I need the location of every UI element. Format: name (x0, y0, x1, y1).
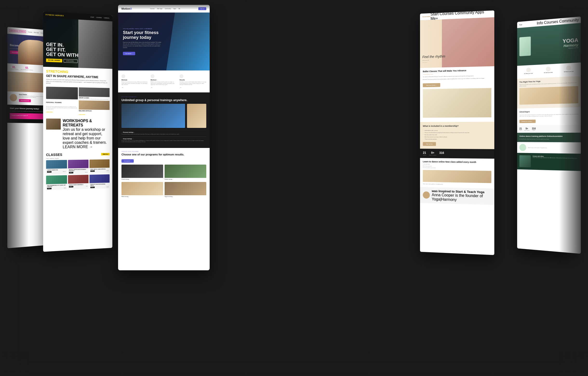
motionx-hero-content: YOU'RE MORE THAN JUST A MEMBER Start you… (123, 28, 161, 55)
stat1-num: 21 (423, 151, 426, 155)
programs-h2: Choose one of our programs for optimum r… (121, 153, 206, 156)
class-professional-skills: DEVELOP YOUR PROFESSIONAL SKILLS ENROLL … (89, 174, 109, 189)
class-content-marketing: CONTENT MARKETING ENROLL $990/m (46, 160, 67, 175)
class1-img (46, 160, 67, 169)
class6-enroll[interactable]: ENROLL (90, 187, 95, 188)
assemblie-membership: What is included in a membership? Unlimi… (420, 122, 494, 149)
programs-tag: CHOOSE YOUR PROGRAM (121, 151, 206, 152)
results-icon (179, 74, 183, 78)
nav-apps[interactable]: Apps (173, 8, 176, 9)
class5-enroll[interactable]: ENROLL (69, 186, 73, 188)
outdoor-img (165, 165, 206, 178)
workshops-img (46, 119, 61, 130)
trainer-read-btn[interactable]: Read about her (19, 99, 31, 102)
nav-community[interactable]: Community (165, 8, 171, 9)
fitness-hero: GET IN.GET FIT.GET ON WITH LIFE. BECOME … (43, 18, 112, 69)
signup-btn[interactable]: Sign up (198, 7, 206, 10)
workshops-item: WORKSHOPS & RETREATS Join us for a works… (43, 117, 112, 151)
group-img (79, 87, 110, 97)
stat3-num: 316 (439, 151, 444, 155)
assemblie-about: Ballet Classes That will Make You Advanc… (420, 66, 494, 122)
nav-courses[interactable]: Courses (544, 19, 558, 25)
view-all-btn[interactable]: VIEW ALL (101, 153, 109, 155)
ballet-title: Ballet Classes That will Make You Advanc… (423, 69, 491, 73)
m-item-5: 7-Day money back guarantee (423, 138, 491, 141)
bottom-shadow-overlay (0, 352, 588, 376)
pilates-label[interactable]: Pilates training → (121, 195, 163, 198)
nav-community[interactable]: COMMUN... (104, 17, 110, 19)
nav-link-courses[interactable]: Courses (28, 31, 32, 33)
class2-enroll[interactable]: ENROLL (69, 172, 73, 173)
m-item-1: Unlimited Access (50+ courses) (423, 129, 491, 132)
yoga-stat2-num: 9+ (524, 127, 529, 130)
nav-courses[interactable]: Courses (150, 8, 155, 9)
yoga-stat3-num: 316 (532, 127, 536, 130)
nav-community[interactable]: Community (559, 18, 579, 23)
yoga-stat3-label: Programs (532, 130, 536, 131)
classes-header: CLASSES VIEW ALL (43, 150, 112, 158)
assemblie-stats: 21 Trainers 9+ Degree Programs 316 (420, 149, 494, 159)
prog-yoga: Yoga & streching → (165, 182, 206, 198)
metric-2: 02. Work Out Anywhere, Anytime (21, 66, 33, 71)
motionx-get-started[interactable]: Get started → (123, 52, 135, 55)
class1-enroll[interactable]: ENROLL (47, 171, 51, 173)
become-member-btn[interactable]: BECOME A MEMBER (46, 58, 62, 62)
elevate-icon (566, 66, 571, 70)
class2-img (68, 160, 88, 168)
group-trainings-title[interactable]: → Group trainings → (121, 138, 206, 140)
nav-start[interactable]: START (90, 16, 94, 18)
class-art-creation: THE FUNDAMENTALS OF CLASSIC ART CREATION… (46, 175, 67, 190)
nav-afterlogin[interactable]: After login (157, 8, 162, 9)
wellness-img (79, 100, 110, 110)
card-assemblie: Assemblie Start Courses Community Apps M… (420, 10, 494, 255)
individual-join-btn[interactable]: Join us now! (10, 50, 20, 55)
motionx-hero: YOU'RE MORE THAN JUST A MEMBER Start you… (118, 12, 210, 70)
start-classes-btn[interactable]: Start your classes → (423, 83, 440, 87)
nav-start[interactable]: Start (431, 12, 439, 16)
motionx-hero-h1: Start your fitnessjourney today (123, 30, 161, 40)
programs-cta[interactable]: Get started → (121, 159, 134, 163)
class3-enroll[interactable]: ENROLL (90, 170, 95, 172)
main-scene: INDIVIDUAL FITNESS Courses After login C… (0, 0, 588, 376)
card-fitness-heroes: FITNESS HEROES START COURSES COMMUN... G… (43, 11, 112, 252)
nav-apps[interactable]: Apps (475, 10, 484, 14)
nav-me[interactable]: Me (178, 8, 180, 9)
personal-trainings-title[interactable]: → Personal trainings → (121, 132, 206, 133)
nav-community[interactable]: Community (455, 10, 474, 15)
metric-1: 01. 10 Minute Workouts (10, 66, 18, 70)
explore-btn[interactable]: Explore our courses → (519, 120, 536, 123)
nav-link-afterlogin[interactable]: After login (34, 31, 39, 33)
learn-more-btn[interactable]: LEARN MORE → (64, 59, 77, 63)
individual-learn-btn[interactable]: Learn More (21, 51, 31, 55)
yoga-stats: 21 Trainers 9+ Degree Programs 316 Progr… (517, 125, 581, 133)
motionx-dark-section: EXCITING ENDEAVORS Unlimited group & per… (118, 92, 210, 148)
yoga-stat2: 9+ Degree Programs (524, 127, 529, 131)
wellness-learn[interactable]: LEARN MORE → (79, 114, 86, 115)
dance-desc: Online dance training platform Online|As… (423, 183, 491, 186)
class4-enroll[interactable]: ENROLL (47, 188, 51, 189)
motivate-icon (121, 74, 125, 78)
class3-price: $199 (106, 170, 109, 171)
signup-now-btn[interactable]: Sign up now (423, 142, 436, 146)
nav-courses[interactable]: Courses (440, 11, 454, 16)
outdoor-label[interactable]: Outdoor training → (165, 178, 206, 180)
yoga-stat1: 21 Trainers (519, 127, 522, 131)
personal-learn[interactable]: LEARN MORE → (46, 111, 78, 113)
advantages-desc: Yoga comes with several thousand years o… (519, 113, 578, 117)
crossfit-label[interactable]: Crossfit training → (121, 178, 163, 180)
motionx-logo: MotionX (121, 7, 132, 10)
nav-info[interactable]: Info (537, 21, 543, 25)
nav-courses[interactable]: COURSES (96, 17, 102, 18)
prog-outdoor: Outdoor training → (165, 165, 206, 180)
feature1-desc: Fitness is more than just exercising. On… (121, 81, 148, 85)
workshops-learn[interactable]: LEARN MORE → (63, 145, 93, 149)
dark-main-image (121, 104, 185, 128)
fitness-content: STRETCHING GET IN SHAPE ANYWHERE, ANYTIM… (43, 66, 112, 192)
service-group: GROUP CLASSES Enjoy the variety of our g… (79, 87, 110, 100)
feature-results: Results Get advice on how to build healt… (179, 74, 206, 88)
motionx-nav: Courses After login Community Apps Me (150, 8, 180, 9)
benefit-relax: 01. Relax your mind (519, 67, 537, 74)
m-item-2: There are more than 68 lessons taught by… (423, 132, 491, 134)
yoga-founder-img (519, 144, 526, 151)
yoga-label[interactable]: Yoga & streching → (165, 195, 206, 198)
